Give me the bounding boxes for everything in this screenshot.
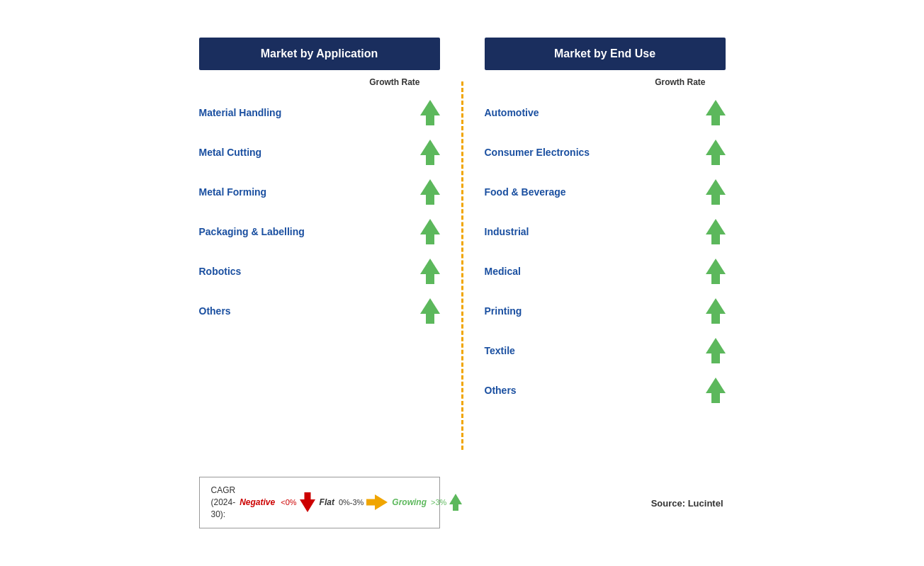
list-item: Robotics bbox=[199, 251, 440, 291]
bottom-row: CAGR (2024-30): Negative <0% Flat 0%-3% … bbox=[199, 463, 726, 528]
list-item: Food & Beverage bbox=[485, 172, 726, 212]
legend-growing: Growing >3% bbox=[392, 494, 462, 511]
green-up-arrow-icon bbox=[420, 100, 440, 125]
green-up-arrow-icon bbox=[420, 298, 440, 324]
negative-range: <0% bbox=[281, 498, 296, 506]
list-item: Others bbox=[485, 370, 726, 410]
item-label-others-left: Others bbox=[199, 305, 420, 317]
green-up-arrow-icon bbox=[706, 219, 726, 244]
item-label-printing: Printing bbox=[485, 305, 706, 317]
legend-box: CAGR (2024-30): Negative <0% Flat 0%-3% … bbox=[199, 477, 440, 528]
item-label-metal-forming: Metal Forming bbox=[199, 186, 420, 198]
green-up-arrow-icon bbox=[706, 338, 726, 363]
growing-range: >3% bbox=[431, 498, 446, 506]
source-text: Source: Lucintel bbox=[651, 498, 723, 509]
green-up-arrow-icon bbox=[706, 179, 726, 205]
green-up-arrow-icon bbox=[420, 219, 440, 244]
list-item: Textile bbox=[485, 331, 726, 370]
item-label-industrial: Industrial bbox=[485, 226, 706, 237]
item-label-robotics: Robotics bbox=[199, 266, 420, 277]
flat-range: 0%-3% bbox=[339, 498, 364, 506]
green-up-arrow-icon bbox=[420, 179, 440, 205]
item-label-metal-cutting: Metal Cutting bbox=[199, 147, 420, 158]
item-label-consumer-electronics: Consumer Electronics bbox=[485, 147, 706, 158]
legend-negative: Negative <0% bbox=[240, 492, 315, 512]
cagr-label: CAGR (2024-30): bbox=[211, 485, 236, 520]
main-row: Market by Application Growth Rate Materi… bbox=[199, 38, 726, 450]
divider-column bbox=[461, 38, 463, 450]
list-item: Packaging & Labelling bbox=[199, 212, 440, 251]
item-label-textile: Textile bbox=[485, 345, 706, 356]
item-label-packaging: Packaging & Labelling bbox=[199, 226, 420, 237]
list-item: Consumer Electronics bbox=[485, 132, 726, 172]
negative-label: Negative bbox=[240, 497, 275, 507]
list-item: Printing bbox=[485, 291, 726, 331]
green-up-arrow-icon bbox=[706, 140, 726, 165]
list-item: Metal Forming bbox=[199, 172, 440, 212]
left-growth-rate-label: Growth Rate bbox=[199, 77, 440, 87]
red-down-arrow-icon bbox=[300, 492, 315, 512]
green-up-arrow-icon bbox=[706, 378, 726, 403]
source-area: Source: Lucintel bbox=[483, 463, 723, 509]
item-label-medical: Medical bbox=[485, 266, 706, 277]
page-container: Market by Application Growth Rate Materi… bbox=[199, 38, 726, 528]
list-item: Others bbox=[199, 291, 440, 331]
list-item: Material Handling bbox=[199, 93, 440, 132]
list-item: Industrial bbox=[485, 212, 726, 251]
growing-label: Growing bbox=[392, 497, 427, 507]
green-up-arrow-icon bbox=[420, 140, 440, 165]
list-item: Metal Cutting bbox=[199, 132, 440, 172]
green-up-arrow-icon bbox=[706, 298, 726, 324]
item-label-material-handling: Material Handling bbox=[199, 107, 420, 118]
green-up-arrow-icon bbox=[706, 259, 726, 284]
green-up-arrow-icon bbox=[706, 100, 726, 125]
legend-area: CAGR (2024-30): Negative <0% Flat 0%-3% … bbox=[199, 463, 440, 528]
left-panel: Market by Application Growth Rate Materi… bbox=[199, 38, 440, 331]
list-item: Medical bbox=[485, 251, 726, 291]
flat-label: Flat bbox=[320, 497, 334, 507]
right-panel: Market by End Use Growth Rate Automotive… bbox=[485, 38, 726, 410]
small-green-up-arrow-icon bbox=[449, 494, 462, 511]
left-panel-header: Market by Application bbox=[199, 38, 440, 70]
item-label-automotive: Automotive bbox=[485, 107, 706, 118]
right-panel-header: Market by End Use bbox=[485, 38, 726, 70]
dashed-divider bbox=[461, 81, 463, 450]
legend-flat: Flat 0%-3% bbox=[320, 494, 388, 510]
green-up-arrow-icon bbox=[420, 259, 440, 284]
item-label-others-right: Others bbox=[485, 385, 706, 396]
list-item: Automotive bbox=[485, 93, 726, 132]
item-label-food-beverage: Food & Beverage bbox=[485, 186, 706, 198]
right-growth-rate-label: Growth Rate bbox=[485, 77, 726, 87]
yellow-right-arrow-icon bbox=[366, 494, 388, 510]
